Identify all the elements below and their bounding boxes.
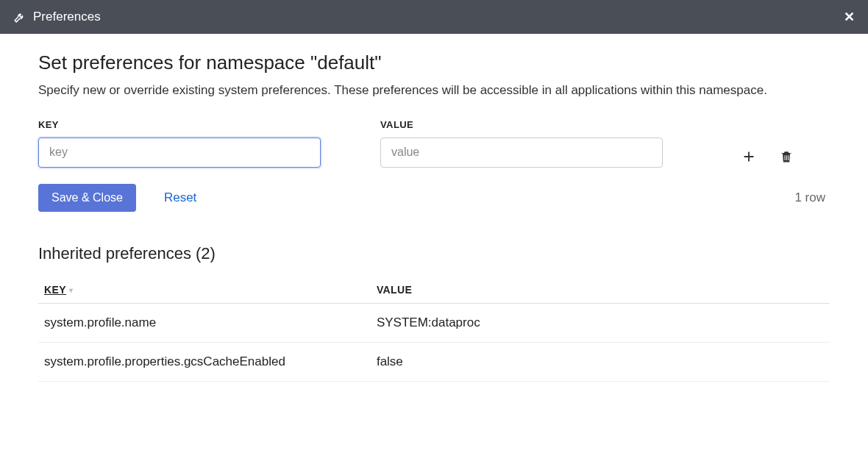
close-icon[interactable]: ✕	[844, 9, 855, 25]
page-description: Specify new or override existing system …	[38, 82, 811, 100]
save-close-button[interactable]: Save & Close	[38, 184, 136, 212]
inherited-key-cell: system.profile.name	[38, 303, 371, 342]
table-row: system.profile.name SYSTEM:dataproc	[38, 303, 830, 342]
reset-link[interactable]: Reset	[164, 190, 196, 205]
inherited-value-cell: SYSTEM:dataproc	[371, 303, 830, 342]
content: Set preferences for namespace "default" …	[0, 34, 868, 399]
key-field-label: KEY	[38, 119, 369, 130]
inherited-key-cell: system.profile.properties.gcsCacheEnable…	[38, 342, 371, 381]
sort-caret-icon: ▾	[69, 286, 73, 294]
wrench-icon	[13, 11, 26, 24]
page-heading: Set preferences for namespace "default"	[38, 51, 830, 74]
inherited-column-key[interactable]: KEY▾	[38, 277, 371, 304]
inherited-heading: Inherited preferences (2)	[38, 244, 830, 263]
table-row: system.profile.properties.gcsCacheEnable…	[38, 342, 830, 381]
titlebar: Preferences ✕	[0, 0, 868, 34]
add-row-button[interactable]	[741, 149, 757, 165]
inherited-column-value: VALUE	[371, 277, 830, 304]
delete-row-button[interactable]	[779, 149, 794, 165]
inherited-preferences-table: KEY▾ VALUE system.profile.name SYSTEM:da…	[38, 277, 830, 382]
action-row: Save & Close Reset 1 row	[38, 184, 830, 212]
key-input[interactable]	[38, 138, 321, 168]
preference-form-row: KEY VALUE	[38, 119, 830, 168]
inherited-value-cell: false	[371, 342, 830, 381]
value-field-label: VALUE	[380, 119, 711, 130]
value-input[interactable]	[380, 138, 663, 168]
row-count-label: 1 row	[794, 190, 830, 205]
window-title: Preferences	[33, 10, 101, 24]
